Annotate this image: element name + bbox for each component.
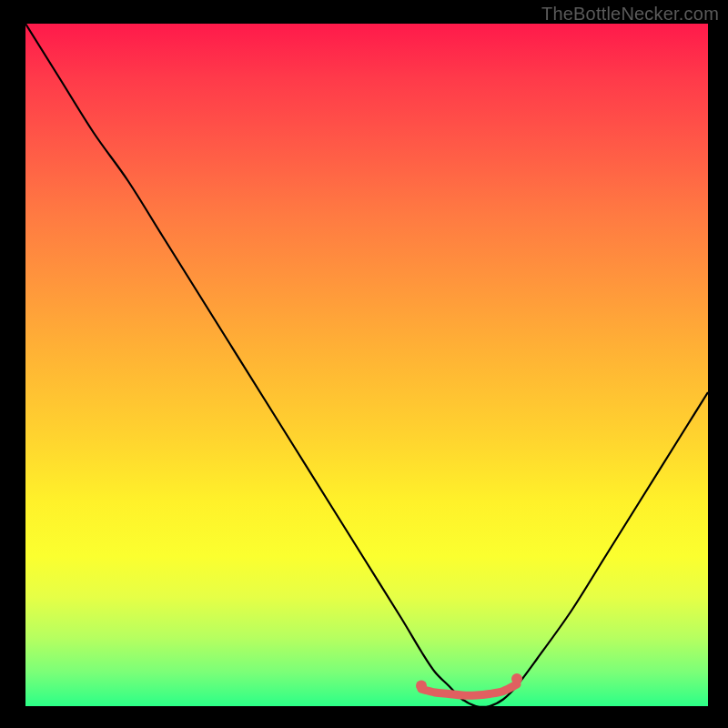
highlight-dot: [416, 681, 427, 692]
bottleneck-curve: [25, 24, 708, 706]
highlight-dot: [511, 673, 522, 684]
flat-bottom-highlight: [421, 684, 517, 695]
chart-svg: [25, 24, 708, 706]
watermark-text: TheBottleNecker.com: [541, 4, 719, 25]
plot-area: [25, 24, 708, 706]
chart-frame: TheBottleNecker.com: [0, 0, 728, 728]
